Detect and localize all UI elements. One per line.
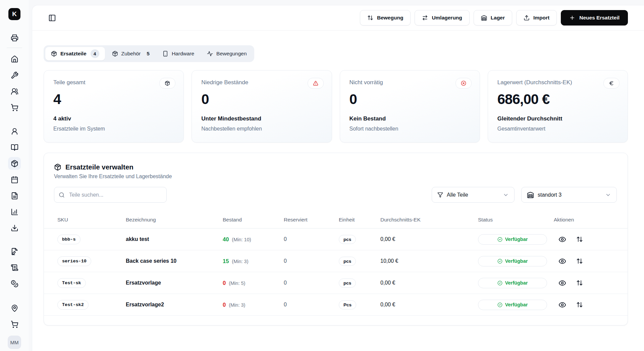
- sidebar-item-package[interactable]: [8, 157, 21, 170]
- sidebar-item-wrench[interactable]: [8, 69, 21, 82]
- sku-badge: bbb-s: [57, 235, 80, 244]
- stat-card-caption: Sofort nachbestellen: [350, 126, 470, 132]
- section-subtitle: Verwalten Sie Ihre Ersatzteile und Lager…: [54, 173, 617, 180]
- package-icon: [165, 81, 170, 86]
- view-part-button[interactable]: [558, 257, 566, 265]
- view-part-button[interactable]: [558, 301, 566, 309]
- warehouse-icon: [527, 191, 534, 198]
- view-part-button[interactable]: [558, 236, 566, 243]
- sidebar-item-users[interactable]: [8, 85, 21, 98]
- eye-icon: [558, 257, 566, 265]
- scroll-text-icon: [11, 264, 18, 271]
- sidebar-item-download[interactable]: [8, 221, 21, 234]
- euro-icon: [609, 81, 614, 86]
- stat-card-lagerwert-durchschnitts-ek: Lagerwert (Durchschnitts-EK)686,00 €Glei…: [488, 70, 628, 143]
- button-label: Bewegung: [377, 15, 403, 21]
- shopping-cart-icon: [11, 320, 18, 328]
- arrows-up-down-icon: [576, 258, 583, 264]
- umlagerung-button[interactable]: Umlagerung: [415, 10, 469, 26]
- circle-x-icon: [461, 81, 466, 86]
- tab-hardware[interactable]: Hardware: [157, 47, 200, 60]
- package-icon: [54, 163, 61, 171]
- file-text-icon: [11, 192, 18, 200]
- stat-card-value: 686,00 €: [497, 91, 618, 107]
- import-button[interactable]: Import: [516, 10, 557, 26]
- stat-cards: Teile gesamt44 aktivErsatzteile im Syste…: [44, 70, 628, 143]
- search-box: [54, 187, 167, 203]
- sidebar-item-shopping-cart[interactable]: [8, 101, 21, 114]
- coins-icon: [11, 280, 18, 288]
- sidebar-item-user[interactable]: [8, 125, 21, 138]
- sidebar-divider: [7, 48, 22, 48]
- stat-card-subtitle: 4 aktiv: [53, 115, 174, 122]
- filter-dropdown-alle-teile[interactable]: Alle Teile: [432, 187, 515, 203]
- min-stock-label: (Min: 5): [229, 281, 245, 286]
- stat-card-caption: Ersatzteile im System: [53, 126, 174, 132]
- tab-count-badge: 4: [91, 49, 99, 58]
- status-label: Verfügbar: [505, 258, 528, 264]
- neues-ersatzteil-button[interactable]: Neues Ersatzteil: [561, 10, 628, 26]
- tab-count: 5: [147, 51, 150, 57]
- column-header-einheit: Einheit: [339, 217, 380, 223]
- tab-bewegungen[interactable]: Bewegungen: [201, 47, 253, 60]
- wrench-icon: [11, 71, 18, 79]
- circle-check-icon: [497, 237, 502, 242]
- move-part-button[interactable]: [576, 236, 583, 243]
- column-header-sku: SKU: [57, 217, 126, 223]
- lager-button[interactable]: Lager: [474, 10, 512, 26]
- shopping-cart-icon: [11, 104, 18, 111]
- stat-card-caption: Gesamtinventarwert: [497, 126, 618, 132]
- sidebar-item-file-pen[interactable]: [8, 245, 21, 258]
- sidebar-toggle-button[interactable]: [46, 12, 58, 23]
- sku-badge: Test-sk2: [57, 300, 89, 310]
- stat-card-icon-pill: [159, 78, 175, 89]
- move-part-button[interactable]: [576, 280, 583, 286]
- sidebar-item-coins[interactable]: [8, 277, 21, 290]
- filter-dropdown-standort-3[interactable]: standort 3: [521, 187, 617, 203]
- stat-card-label: Nicht vorrätig: [350, 79, 470, 86]
- tab-ersatzteile[interactable]: Ersatzteile4: [45, 47, 105, 60]
- file-pen-icon: [11, 248, 18, 255]
- warehouse-icon: [481, 15, 487, 21]
- sidebar-item-home[interactable]: [8, 53, 21, 65]
- view-part-button[interactable]: [558, 279, 566, 287]
- bewegung-button[interactable]: Bewegung: [360, 10, 411, 26]
- sidebar-item-book-open[interactable]: [8, 141, 21, 154]
- tab-label: Ersatzteile: [60, 51, 87, 57]
- tab-label: Hardware: [172, 51, 194, 57]
- stat-card-icon-pill: [455, 78, 472, 89]
- stat-card-niedrige-bestände: Niedrige Bestände0Unter MindestbestandNa…: [192, 70, 332, 143]
- sidebar: K MM: [0, 0, 29, 351]
- app-logo[interactable]: K: [8, 8, 20, 20]
- sidebar-item-shopping-cart[interactable]: [8, 318, 21, 331]
- sidebar-group: [7, 30, 22, 46]
- panel-left-icon: [48, 14, 56, 22]
- move-part-button[interactable]: [576, 258, 583, 264]
- sidebar-item-calendar[interactable]: [8, 173, 21, 186]
- avg-price-value: 0,00 €: [380, 280, 395, 286]
- move-part-button[interactable]: [576, 301, 583, 308]
- search-input[interactable]: [54, 187, 167, 203]
- sidebar-item-file-text[interactable]: [8, 189, 21, 202]
- sidebar-item-bar-chart[interactable]: [8, 205, 21, 218]
- unit-badge: pcs: [339, 235, 356, 244]
- reserved-value: 0: [284, 302, 287, 307]
- user-avatar[interactable]: MM: [8, 336, 21, 349]
- status-badge: Verfügbar: [478, 256, 547, 266]
- circle-check-icon: [497, 302, 502, 307]
- stat-card-value: 0: [201, 91, 322, 107]
- sidebar-item-map-pin[interactable]: [8, 302, 21, 314]
- unit-badge: pcs: [339, 279, 356, 288]
- tab-zubehör[interactable]: Zubehör5: [106, 47, 155, 60]
- stat-card-subtitle: Unter Mindestbestand: [201, 115, 322, 122]
- button-label: Lager: [491, 15, 505, 21]
- tab-bar: Ersatzteile4Zubehör5HardwareBewegungen: [44, 45, 254, 62]
- filter-icon: [437, 192, 443, 198]
- part-name: Ersatzvorlage: [126, 280, 161, 286]
- sidebar-group: [7, 300, 22, 332]
- sidebar-navigation: [7, 20, 22, 332]
- sidebar-item-printer[interactable]: [8, 31, 21, 44]
- activity-icon: [207, 51, 213, 57]
- sidebar-item-scroll-text[interactable]: [8, 261, 21, 274]
- upload-icon: [524, 15, 530, 21]
